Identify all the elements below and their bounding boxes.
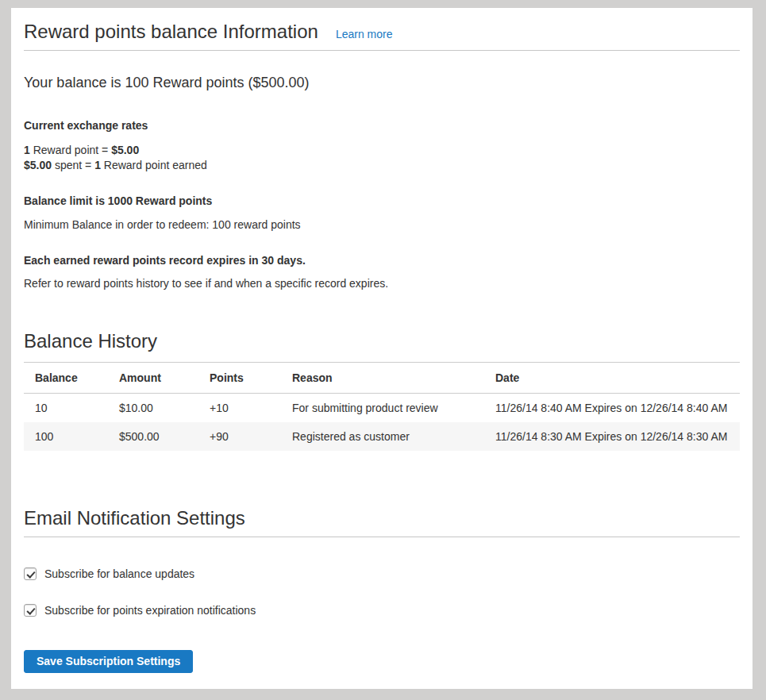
points-expiration-checkbox[interactable] xyxy=(24,604,37,617)
column-header-date: Date xyxy=(484,363,740,394)
rate-line1-bold2: $5.00 xyxy=(111,144,139,156)
rate-line1-bold1: 1 xyxy=(24,144,30,156)
page-header: Reward points balance Information Learn … xyxy=(24,21,740,51)
column-header-amount: Amount xyxy=(108,363,198,394)
balance-updates-label: Subscribe for balance updates xyxy=(44,567,194,580)
cell-balance: 10 xyxy=(24,394,108,423)
reward-info-card: Reward points balance Information Learn … xyxy=(11,8,753,689)
expiry-note: Refer to reward points history to see if… xyxy=(24,277,740,290)
column-header-points: Points xyxy=(198,363,281,394)
section-divider xyxy=(24,537,740,537)
cell-reason: For submitting product review xyxy=(281,394,484,423)
column-header-reason: Reason xyxy=(281,363,484,394)
page-title: Reward points balance Information xyxy=(24,21,318,43)
balance-updates-checkbox[interactable] xyxy=(24,567,37,580)
rate-line1-text: Reward point = xyxy=(30,144,111,156)
cell-reason: Registered as customer xyxy=(281,422,484,451)
balance-history-table: Balance Amount Points Reason Date 10 $10… xyxy=(24,362,740,451)
points-expiration-label: Subscribe for points expiration notifica… xyxy=(44,604,256,617)
exchange-rate-lines: 1 Reward point = $5.00$5.00 spent = 1 Re… xyxy=(24,143,740,173)
cell-date: 11/26/14 8:40 AM Expires on 12/26/14 8:4… xyxy=(484,394,740,423)
cell-amount: $10.00 xyxy=(108,394,198,423)
rate-line2-bold2: 1 xyxy=(94,159,101,171)
table-row: 10 $10.00 +10 For submitting product rev… xyxy=(24,394,740,423)
rate-line2-text1: spent = xyxy=(52,159,94,171)
email-notification-title: Email Notification Settings xyxy=(24,507,740,529)
balance-history-title: Balance History xyxy=(24,330,740,352)
rate-line2-text2: Reward point earned xyxy=(101,159,207,171)
cell-points: +90 xyxy=(198,422,281,451)
balance-limit-text: Balance limit is 1000 Reward points xyxy=(24,194,740,207)
points-expiration-option: Subscribe for points expiration notifica… xyxy=(24,604,740,617)
balance-summary: Your balance is 100 Reward points ($500.… xyxy=(24,75,740,90)
learn-more-link[interactable]: Learn more xyxy=(336,28,393,40)
save-subscription-button[interactable]: Save Subscription Settings xyxy=(24,650,193,673)
cell-amount: $500.00 xyxy=(108,422,198,451)
table-row: 100 $500.00 +90 Registered as customer 1… xyxy=(24,422,740,451)
column-header-balance: Balance xyxy=(24,363,108,394)
exchange-rates-heading: Current exchange rates xyxy=(24,119,740,132)
cell-date: 11/26/14 8:30 AM Expires on 12/26/14 8:3… xyxy=(484,422,740,451)
table-header-row: Balance Amount Points Reason Date xyxy=(24,363,740,394)
cell-balance: 100 xyxy=(24,422,108,451)
minimum-balance-text: Minimum Balance in order to redeem: 100 … xyxy=(24,218,740,231)
rate-line2-bold1: $5.00 xyxy=(24,159,52,171)
expiry-heading: Each earned reward points record expires… xyxy=(24,254,740,267)
cell-points: +10 xyxy=(198,394,281,423)
balance-updates-option: Subscribe for balance updates xyxy=(24,567,740,580)
